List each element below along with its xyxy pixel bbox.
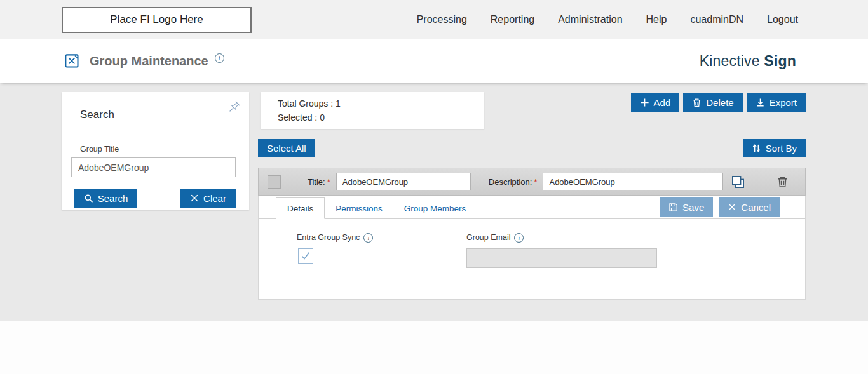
title-label: Title:* xyxy=(308,177,330,187)
download-icon xyxy=(756,98,765,107)
save-button[interactable]: Save xyxy=(660,197,713,217)
page-footer xyxy=(0,321,868,374)
required-marker: * xyxy=(327,177,330,187)
group-title-input[interactable] xyxy=(71,157,236,177)
selected-count: Selected : 0 xyxy=(278,112,467,123)
main-content: Search Group Title Search Clear Total Gr… xyxy=(0,83,868,321)
search-panel-title: Search xyxy=(80,109,114,121)
entra-group-sync-label: Entra Group Sync i xyxy=(297,233,373,243)
required-marker: * xyxy=(534,177,537,187)
page-title: Group Maintenance xyxy=(90,54,208,69)
export-button[interactable]: Export xyxy=(747,93,806,112)
fi-logo-text: Place FI Logo Here xyxy=(110,13,203,26)
cancel-button[interactable]: Cancel xyxy=(719,197,780,217)
fi-logo-placeholder: Place FI Logo Here xyxy=(62,7,252,33)
total-groups: Total Groups : 1 xyxy=(278,98,467,109)
clear-button-label: Clear xyxy=(203,193,226,204)
summary-box: Total Groups : 1 Selected : 0 xyxy=(261,92,484,129)
x-icon xyxy=(728,203,736,211)
selected-value: 0 xyxy=(320,112,325,123)
row-description-input[interactable] xyxy=(543,173,723,190)
add-button-label: Add xyxy=(654,97,671,108)
brand-logo: Kinective Sign xyxy=(700,53,796,70)
info-icon[interactable]: i xyxy=(363,233,373,243)
tab-details[interactable]: Details xyxy=(276,197,325,219)
cancel-button-label: Cancel xyxy=(741,202,771,213)
plus-icon xyxy=(640,98,649,107)
note-edit-icon xyxy=(64,53,81,70)
group-row: Title:* Description:* xyxy=(258,168,806,196)
total-groups-value: 1 xyxy=(336,98,341,109)
copy-button[interactable] xyxy=(731,175,745,189)
search-button-label: Search xyxy=(98,193,128,204)
top-navigation: Processing Reporting Administration Help… xyxy=(417,14,798,25)
tab-permissions[interactable]: Permissions xyxy=(325,198,393,218)
nav-administration[interactable]: Administration xyxy=(558,14,622,25)
trash-icon xyxy=(692,98,702,107)
save-button-label: Save xyxy=(682,202,704,213)
group-detail-panel: Details Permissions Group Members Save C… xyxy=(258,196,806,300)
page-header: Group Maintenance i Kinective Sign xyxy=(0,39,868,83)
clear-button[interactable]: Clear xyxy=(180,189,236,208)
sort-by-button[interactable]: Sort By xyxy=(743,139,806,157)
entra-group-sync-checkbox[interactable] xyxy=(298,248,313,264)
search-button[interactable]: Search xyxy=(74,189,137,208)
nav-processing[interactable]: Processing xyxy=(417,14,467,25)
x-icon xyxy=(190,194,199,203)
brand-first: Kinective xyxy=(700,53,760,69)
nav-user-cuadmindn[interactable]: cuadminDN xyxy=(690,14,743,25)
export-button-label: Export xyxy=(770,97,797,108)
tab-group-members[interactable]: Group Members xyxy=(393,198,477,218)
selected-label: Selected : xyxy=(278,112,317,123)
sort-arrows-icon xyxy=(752,144,761,153)
checkmark-icon xyxy=(301,251,311,261)
copy-icon xyxy=(731,175,745,189)
total-groups-label: Total Groups : xyxy=(278,98,333,109)
sort-by-label: Sort By xyxy=(766,143,797,154)
group-toolbar: Add Delete Export xyxy=(631,93,806,112)
info-icon[interactable]: i xyxy=(215,53,224,63)
top-bar: Place FI Logo Here Processing Reporting … xyxy=(0,0,868,39)
brand-second: Sign xyxy=(764,53,796,69)
select-all-label: Select All xyxy=(267,143,306,154)
search-panel: Search Group Title Search Clear xyxy=(62,92,249,210)
delete-button-label: Delete xyxy=(706,97,733,108)
nav-reporting[interactable]: Reporting xyxy=(491,14,534,25)
description-label: Description:* xyxy=(489,177,538,187)
group-email-label: Group Email i xyxy=(466,233,524,243)
pushpin-icon[interactable] xyxy=(228,100,241,116)
trash-icon xyxy=(776,176,789,188)
row-action-buttons: Save Cancel xyxy=(660,197,780,217)
add-button[interactable]: Add xyxy=(631,93,680,112)
group-email-input[interactable] xyxy=(466,248,657,268)
details-tab-content: Entra Group Sync i Group Email i xyxy=(259,219,805,299)
row-select-checkbox[interactable] xyxy=(268,175,281,189)
floppy-disk-icon xyxy=(668,203,678,212)
select-all-button[interactable]: Select All xyxy=(258,139,315,157)
magnifier-icon xyxy=(84,194,93,203)
nav-help[interactable]: Help xyxy=(646,14,667,25)
row-delete-button[interactable] xyxy=(776,176,789,188)
group-title-label: Group Title xyxy=(80,145,119,154)
delete-button[interactable]: Delete xyxy=(683,93,742,112)
row-title-input[interactable] xyxy=(336,173,471,190)
info-icon[interactable]: i xyxy=(514,233,524,243)
tab-bar: Details Permissions Group Members Save C… xyxy=(259,196,805,219)
nav-logout[interactable]: Logout xyxy=(767,14,798,25)
